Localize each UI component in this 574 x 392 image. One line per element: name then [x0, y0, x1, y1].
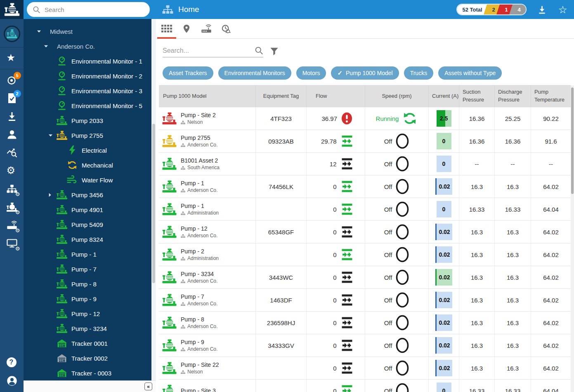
tree-item[interactable]: Environmental Monitor - 3: [24, 83, 151, 98]
column-header[interactable]: Flow: [306, 85, 365, 107]
table-row[interactable]: Pump - Site 2 Nelson 4TF323 36.97 Runnin…: [159, 107, 571, 130]
table-search-input[interactable]: [163, 47, 255, 54]
caret-icon[interactable]: [48, 73, 57, 78]
column-header[interactable]: Discharge Pressure: [494, 85, 531, 107]
tree-scrollbar-thumb[interactable]: [152, 124, 155, 283]
caret-icon[interactable]: [48, 103, 57, 108]
favorite-star-icon[interactable]: ☆: [558, 5, 567, 15]
tree-item[interactable]: Environmental Monitor - 1: [24, 54, 151, 68]
table-row[interactable]: Pump - 7 Anderson Co. 1463DF 0 Off 0.02 …: [159, 289, 571, 312]
caret-icon[interactable]: [48, 311, 57, 316]
tab-scheduled-view[interactable]: [216, 19, 236, 39]
filter-chip[interactable]: ✓ Motors: [296, 66, 326, 80]
asset-name[interactable]: Pump - 8: [181, 316, 217, 323]
caret-icon[interactable]: [48, 296, 57, 301]
asset-cell[interactable]: Pump - Site 2 Nelson: [159, 107, 255, 130]
tree-item[interactable]: Midwest: [24, 24, 151, 39]
table-scrollbar[interactable]: [571, 85, 574, 392]
table-row[interactable]: Pump - 3234 Anderson Co. 3443WC 0 Off 0.…: [159, 266, 571, 289]
table-row[interactable]: B1001 Asset 2 South America 12 Off 0 -- …: [159, 153, 571, 175]
caret-icon[interactable]: [59, 177, 67, 182]
global-search[interactable]: [27, 2, 150, 17]
rail-item-settings[interactable]: ⚙: [7, 165, 17, 176]
asset-name[interactable]: Pump - 2: [181, 248, 219, 255]
asset-name[interactable]: Pump - 1: [181, 180, 217, 187]
rail-item-analytics[interactable]: [7, 147, 17, 158]
caret-icon[interactable]: [48, 356, 57, 361]
caret-icon[interactable]: [48, 237, 57, 242]
rail-item-reports[interactable]: 2: [7, 93, 17, 104]
caret-icon[interactable]: [48, 222, 57, 227]
caret-icon[interactable]: [48, 88, 57, 93]
column-header[interactable]: Current (A): [428, 85, 459, 107]
rail-item-help[interactable]: ?: [7, 357, 17, 368]
asset-cell[interactable]: Pump - 1 Anderson Co.: [159, 175, 255, 198]
caret-icon[interactable]: [48, 267, 57, 272]
table-row[interactable]: Pump - 8 Anderson Co. 236598HJ 0 Off 0.0…: [159, 312, 571, 334]
asset-cell[interactable]: Pump - Site 3: [159, 380, 255, 392]
column-header[interactable]: Pump Temperature: [531, 85, 571, 107]
rail-item-gateway-config[interactable]: ⚙: [7, 220, 17, 231]
asset-name[interactable]: B1001 Asset 2: [181, 157, 220, 164]
column-header[interactable]: Suction Pressure: [459, 85, 494, 107]
filter-funnel-icon[interactable]: [270, 47, 279, 56]
table-row[interactable]: Pump - 2 Administration 0 Off 0.02 16.3 …: [159, 243, 571, 266]
tree-item[interactable]: Pump - 12: [24, 306, 151, 321]
tree-item[interactable]: Pump 3456: [24, 187, 151, 202]
tree-item[interactable]: Pump 4901: [24, 202, 151, 217]
filter-chip[interactable]: ✓ Assets without Type: [438, 66, 502, 80]
tree-item[interactable]: Water Flow: [24, 172, 151, 187]
tree-item[interactable]: Pump - 3234: [24, 321, 151, 336]
caret-icon[interactable]: [48, 207, 57, 212]
filter-chip[interactable]: ✓ Environmental Monitors: [218, 66, 291, 80]
collapse-panel-button[interactable]: «: [144, 383, 152, 390]
filter-chip[interactable]: ✓ Trucks: [404, 66, 433, 80]
asset-cell[interactable]: Pump - 8 Anderson Co.: [159, 312, 255, 334]
download-icon[interactable]: [537, 5, 547, 14]
caret-icon[interactable]: [48, 341, 57, 346]
table-row[interactable]: Pump - Site 3 0 Off 0 16.33 16.33 64.04: [159, 380, 571, 392]
table-row[interactable]: Pump - Site 22 Nelson 0 Off 0.02 16.3 16…: [159, 357, 571, 380]
asset-cell[interactable]: Pump - 3234 Anderson Co.: [159, 266, 255, 288]
rail-item-org-structure[interactable]: ⚙: [7, 184, 17, 194]
column-header[interactable]: Pump 1000 Model: [159, 85, 255, 107]
tab-gateway-view[interactable]: [196, 19, 216, 39]
column-header[interactable]: Speed (rpm): [365, 85, 428, 107]
table-row[interactable]: Pump - 9 Anderson Co. 34333GV 0 Off 0.02…: [159, 334, 571, 357]
tree-item[interactable]: Mechanical: [24, 158, 151, 172]
asset-name[interactable]: Pump - 12: [181, 225, 217, 232]
column-header[interactable]: Equipment Tag: [255, 85, 306, 107]
asset-cell[interactable]: Pump - 7 Anderson Co.: [159, 289, 255, 311]
tree-item[interactable]: Anderson Co.: [24, 39, 151, 54]
table-row[interactable]: Pump - 1 Administration 0 Off 0 16.33 16…: [159, 198, 571, 221]
rail-item-asset-config[interactable]: ⚙: [7, 202, 17, 213]
tree-item[interactable]: Pump - 1: [24, 247, 151, 262]
rail-item-display-config[interactable]: ⚙: [7, 238, 17, 249]
tree-item[interactable]: Pump 2755: [24, 128, 151, 143]
asset-cell[interactable]: Pump - 1 Administration: [159, 198, 255, 220]
asset-name[interactable]: Pump - 3234: [181, 271, 217, 277]
caret-icon[interactable]: [48, 118, 57, 123]
total-count[interactable]: 52 Total: [457, 5, 487, 14]
asset-cell[interactable]: Pump - 12 Anderson Co.: [159, 221, 255, 243]
table-scrollbar-thumb[interactable]: [571, 87, 574, 194]
app-logo[interactable]: [0, 0, 24, 19]
filter-chip[interactable]: ✓ Asset Trackers: [163, 66, 213, 80]
asset-cell[interactable]: Pump 2755 Anderson Co.: [159, 130, 255, 152]
asset-name[interactable]: Pump - 9: [181, 339, 217, 345]
tree-item[interactable]: Electrical: [24, 143, 151, 158]
asset-cell[interactable]: Pump - 2 Administration: [159, 243, 255, 266]
filter-chip[interactable]: ✓ Pump 1000 Model: [331, 66, 399, 80]
caret-icon[interactable]: [48, 326, 57, 331]
caret-icon[interactable]: [59, 148, 67, 153]
rail-item-downloads[interactable]: [7, 111, 17, 122]
table-row[interactable]: Pump - 12 Anderson Co. 65348GF 0 Off 0.0…: [159, 221, 571, 243]
rail-item-account[interactable]: [7, 375, 17, 386]
asset-name[interactable]: Pump - 1: [181, 203, 219, 209]
caret-icon[interactable]: [44, 44, 52, 49]
asset-name[interactable]: Pump - Site 2: [181, 112, 216, 118]
table-row[interactable]: Pump 2755 Anderson Co. 09323AB 29.78 Off…: [159, 130, 571, 153]
caret-icon[interactable]: [48, 252, 57, 257]
caret-icon[interactable]: [48, 133, 57, 138]
table-row[interactable]: Pump - 1 Anderson Co. 74456LK 0 Off 0.02…: [159, 175, 571, 198]
